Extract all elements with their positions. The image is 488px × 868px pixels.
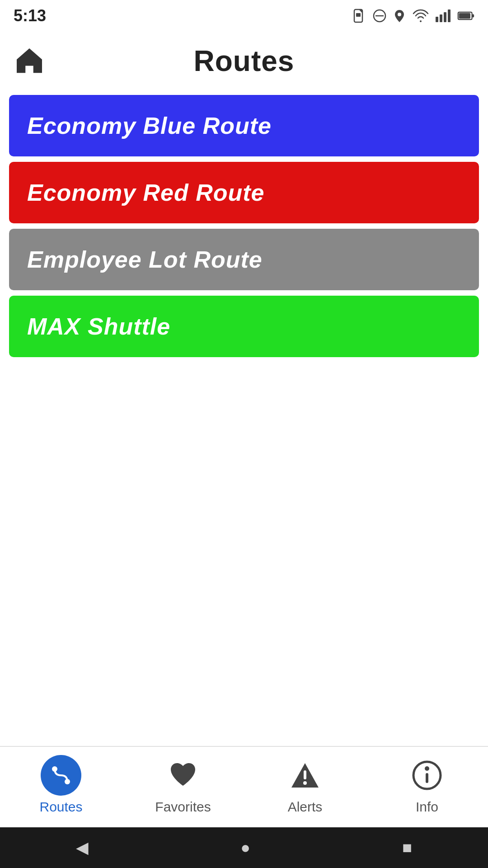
svg-marker-13 [17,48,42,73]
sim-icon [352,9,367,23]
signal-icon [435,9,452,23]
route-employee-lot[interactable]: Employee Lot Route [9,229,479,290]
route-economy-blue[interactable]: Economy Blue Route [9,95,479,156]
svg-point-18 [303,781,307,785]
svg-rect-6 [436,17,438,22]
svg-rect-9 [448,9,450,22]
routes-icon-wrap [41,755,81,796]
location-icon [392,9,407,23]
nav-favorites-label: Favorites [155,799,211,815]
svg-point-20 [425,766,429,771]
status-bar: 5:13 [0,0,488,32]
svg-rect-17 [304,770,306,779]
page-title: Routes [194,44,295,78]
svg-rect-1 [356,13,361,17]
nav-tab-info[interactable]: Info [366,755,488,815]
home-sys-button[interactable]: ● [240,838,250,857]
nav-routes-label: Routes [39,799,82,815]
routes-circle-icon [41,755,81,796]
system-nav-bar: ◀ ● ■ [0,827,488,868]
svg-rect-7 [440,14,442,22]
status-time: 5:13 [14,6,46,25]
wifi-icon [412,9,429,23]
svg-rect-8 [444,12,446,22]
no-disturb-icon [372,9,387,23]
alerts-icon-wrap [285,755,325,796]
svg-rect-11 [472,14,474,17]
nav-tab-favorites[interactable]: Favorites [122,755,244,815]
nav-tab-routes[interactable]: Routes [0,755,122,815]
svg-rect-21 [426,773,428,783]
route-max-shuttle[interactable]: MAX Shuttle [9,296,479,357]
home-button[interactable] [14,45,45,77]
battery-icon [457,9,474,23]
nav-info-label: Info [416,799,438,815]
status-icons [352,9,474,23]
favorites-icon-wrap [163,755,203,796]
recents-button[interactable]: ■ [402,838,412,857]
info-icon-wrap [407,755,447,796]
nav-tab-alerts[interactable]: Alerts [244,755,366,815]
bottom-nav: Routes Favorites Alerts [0,746,488,827]
routes-list: Economy Blue Route Economy Red Route Emp… [0,90,488,746]
back-button[interactable]: ◀ [76,838,89,857]
app-bar: Routes [0,32,488,90]
svg-point-5 [398,13,401,16]
route-economy-red[interactable]: Economy Red Route [9,162,479,223]
svg-rect-12 [459,13,470,19]
nav-alerts-label: Alerts [288,799,323,815]
